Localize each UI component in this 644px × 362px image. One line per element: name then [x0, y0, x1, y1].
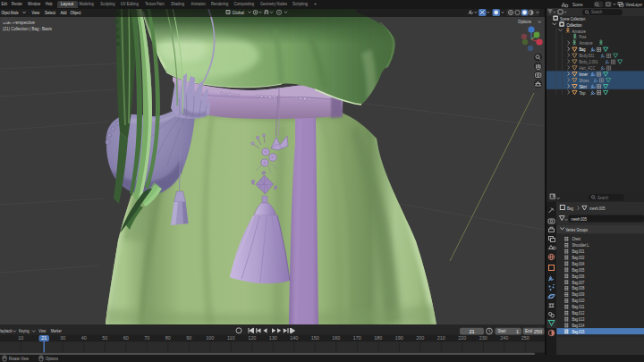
- svg-text:Object Mode: Object Mode: [2, 10, 19, 15]
- svg-text:90: 90: [186, 335, 191, 341]
- svg-text:100: 100: [206, 335, 214, 341]
- svg-text:Search: Search: [597, 195, 608, 200]
- svg-text:Window: Window: [28, 1, 40, 6]
- svg-text:Shoes: Shoes: [579, 78, 589, 83]
- svg-text:Pose: Pose: [579, 34, 586, 39]
- svg-text:ViewLayer: ViewLayer: [626, 2, 643, 7]
- svg-text:80: 80: [165, 335, 171, 341]
- svg-text:Armature: Armature: [572, 29, 586, 34]
- svg-text:Options: Options: [46, 356, 58, 361]
- svg-text:Armature: Armature: [579, 40, 592, 46]
- svg-text:1: 1: [516, 329, 519, 334]
- svg-text:Bag.005: Bag.005: [572, 267, 584, 273]
- svg-text:Rotate View: Rotate View: [9, 356, 29, 361]
- svg-text:Bag: Bag: [567, 206, 573, 211]
- svg-text:250: 250: [534, 329, 542, 334]
- svg-text:mesh.005: mesh.005: [572, 216, 588, 222]
- svg-text:Bag.010: Bag.010: [572, 298, 584, 303]
- svg-text:50: 50: [102, 335, 107, 341]
- svg-text:Bag.011: Bag.011: [572, 304, 584, 309]
- svg-text:+: +: [314, 1, 317, 6]
- svg-text:Layout: Layout: [61, 1, 74, 6]
- svg-text:Body.001: Body.001: [579, 53, 594, 58]
- svg-text:Global: Global: [233, 10, 245, 15]
- svg-text:Help: Help: [46, 1, 53, 6]
- svg-text:mesh.005: mesh.005: [589, 206, 606, 211]
- svg-text:170: 170: [353, 335, 361, 341]
- svg-text:Chest: Chest: [572, 236, 580, 241]
- svg-text:230: 230: [479, 335, 487, 341]
- svg-text:240: 240: [500, 335, 508, 341]
- svg-text:180: 180: [374, 335, 382, 341]
- svg-text:21: 21: [469, 329, 474, 334]
- svg-text:Modeling: Modeling: [80, 1, 94, 6]
- svg-text:70: 70: [144, 335, 149, 341]
- svg-text:Shading: Shading: [171, 1, 184, 6]
- svg-text:UV Editing: UV Editing: [121, 1, 139, 6]
- svg-text:Shoulder.L: Shoulder.L: [572, 242, 589, 248]
- svg-text:Add: Add: [61, 10, 67, 15]
- svg-text:Bag: Bag: [579, 46, 585, 52]
- svg-text:Bag.012: Bag.012: [572, 310, 584, 316]
- svg-text:Bag.014: Bag.014: [572, 323, 584, 328]
- svg-text:Inner: Inner: [579, 72, 588, 77]
- svg-text:140: 140: [290, 335, 298, 341]
- svg-text:Hair_ACC: Hair_ACC: [579, 65, 595, 71]
- svg-text:Marker: Marker: [51, 328, 62, 333]
- svg-text:60: 60: [123, 335, 129, 341]
- svg-text:Texture Paint: Texture Paint: [145, 1, 165, 6]
- svg-text:210: 210: [437, 335, 445, 341]
- svg-text:View: View: [32, 10, 40, 15]
- svg-text:Bag.015: Bag.015: [572, 329, 584, 334]
- svg-text:Rendering: Rendering: [211, 1, 229, 6]
- svg-text:Top: Top: [579, 90, 585, 96]
- svg-text:Bag.008: Bag.008: [572, 285, 584, 290]
- svg-text:190: 190: [395, 335, 403, 341]
- svg-text:Render: Render: [12, 1, 22, 6]
- svg-text:Body_2.001: Body_2.001: [579, 59, 597, 64]
- svg-text:Start: Start: [498, 328, 507, 333]
- svg-text:Skirt: Skirt: [579, 84, 587, 89]
- svg-text:View: View: [38, 328, 46, 333]
- svg-text:120: 120: [248, 335, 256, 341]
- svg-text:Playback: Playback: [0, 328, 13, 333]
- svg-text:(21) Collection | Bag : Basis: (21) Collection | Bag : Basis: [3, 26, 52, 31]
- svg-text:Animation: Animation: [191, 1, 206, 6]
- svg-text:Object: Object: [71, 10, 82, 15]
- svg-text:200: 200: [416, 335, 424, 341]
- svg-text:150: 150: [311, 335, 319, 341]
- svg-text:Vertex Groups: Vertex Groups: [566, 227, 589, 232]
- svg-text:Compositing: Compositing: [234, 1, 255, 6]
- svg-text:21: 21: [41, 335, 47, 341]
- svg-text:Scene: Scene: [572, 2, 583, 7]
- svg-text:Bag.013: Bag.013: [572, 316, 584, 322]
- svg-text:Bag.009: Bag.009: [572, 291, 584, 297]
- svg-text:Edit: Edit: [2, 1, 8, 6]
- svg-text:Scene Collection: Scene Collection: [560, 16, 585, 21]
- svg-text:Bag.002: Bag.002: [572, 255, 584, 260]
- svg-text:Geometry Nodes: Geometry Nodes: [260, 1, 287, 6]
- svg-text:Sculpting: Sculpting: [100, 1, 114, 6]
- svg-text:Scripting: Scripting: [292, 1, 308, 6]
- svg-text:Bag.001: Bag.001: [572, 248, 584, 254]
- svg-text:250: 250: [521, 335, 530, 341]
- svg-text:40: 40: [81, 335, 87, 341]
- svg-text:End: End: [525, 328, 532, 333]
- svg-text:Select: Select: [45, 10, 56, 15]
- svg-text:10: 10: [18, 335, 23, 341]
- svg-text:160: 160: [332, 335, 340, 341]
- svg-text:30: 30: [60, 335, 65, 341]
- svg-text:Options: Options: [518, 19, 531, 24]
- svg-text:Bag.006: Bag.006: [572, 274, 584, 279]
- svg-text:110: 110: [227, 335, 235, 341]
- svg-text:Collection: Collection: [567, 22, 582, 28]
- svg-text:Keying: Keying: [19, 328, 30, 333]
- svg-text:Bag.007: Bag.007: [572, 280, 584, 285]
- svg-text:130: 130: [269, 335, 277, 341]
- svg-text:220: 220: [458, 335, 466, 341]
- svg-text:Bag.004: Bag.004: [572, 261, 584, 266]
